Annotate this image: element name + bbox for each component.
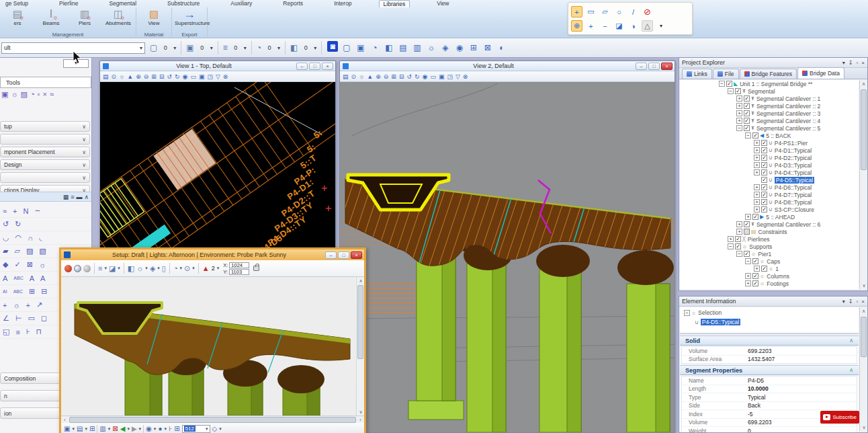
lighting-icon[interactable]: ☼ xyxy=(136,264,143,272)
expander-icon[interactable]: + xyxy=(754,140,760,146)
view-mode-icon[interactable]: ▦ xyxy=(63,194,69,200)
ribbon-tab-segmental[interactable]: Segmental xyxy=(105,0,140,7)
view-tool-icon[interactable]: ⊙ xyxy=(351,73,357,80)
tree-item-label[interactable]: Pier1 xyxy=(758,251,771,258)
close-button[interactable]: × xyxy=(322,63,333,70)
display-style-icon[interactable]: ≡ xyxy=(98,264,102,272)
tree-item[interactable]: +✓ŦSegmental Cantilever :: 6 xyxy=(680,221,859,228)
expander-icon[interactable]: − xyxy=(728,243,734,249)
tool-icon[interactable]: ▰ xyxy=(3,247,8,255)
chevron-down-icon[interactable]: ▾ xyxy=(145,266,148,271)
minimize-button[interactable]: ‒ xyxy=(296,63,308,70)
checkbox[interactable] xyxy=(744,229,750,235)
tree-item-label[interactable]: Segmental Cantilever :: 5 xyxy=(756,125,820,132)
tool-icon[interactable]: ⊢ xyxy=(15,314,22,323)
section-bar-blank[interactable]: ∨ xyxy=(0,172,90,183)
tree-item[interactable]: +✓∪P4-D3::Typical xyxy=(680,161,859,169)
environment-icon[interactable]: ⊙ xyxy=(184,264,190,273)
expander-icon[interactable]: + xyxy=(754,162,760,168)
fence-tool-icon[interactable]: / xyxy=(627,6,639,17)
ribbon-tab-view[interactable]: View xyxy=(433,0,453,7)
checkbox-checked[interactable]: ✓ xyxy=(735,88,741,94)
view-tool-icon[interactable]: ⊟ xyxy=(159,73,165,80)
tree-item[interactable]: +✓ŦSegmental Cantilever :: 1 xyxy=(680,95,859,102)
tool-icon[interactable]: A xyxy=(40,274,45,282)
chevron-down-icon[interactable]: ▾ xyxy=(139,426,142,432)
maximize-button[interactable]: □ xyxy=(648,63,660,70)
checkbox-checked[interactable]: ✓ xyxy=(744,251,750,257)
tool-icon[interactable]: ⊠ xyxy=(27,260,33,269)
chevron-down-icon[interactable]: ▾ xyxy=(118,266,120,271)
expander-icon[interactable]: + xyxy=(728,236,734,242)
tree-item-label[interactable]: Pierlines xyxy=(748,236,770,243)
tool-icon[interactable]: AI xyxy=(3,289,7,294)
panel-header-icon[interactable]: ↧ xyxy=(849,299,853,305)
save-image-icon[interactable]: ▣ xyxy=(64,425,70,432)
panel-header-icon[interactable]: ▾ xyxy=(842,299,845,305)
tree-item[interactable]: +✓∪P4-D8::Typical xyxy=(680,198,859,206)
toolbar-icon[interactable]: ⊠ xyxy=(480,41,494,54)
tree-item[interactable]: +✓☼1 xyxy=(680,265,859,272)
tool-icon[interactable]: ABC xyxy=(13,276,23,280)
lighting-icon[interactable]: ▯ xyxy=(162,264,166,273)
no-snap-icon[interactable]: ⊘ xyxy=(642,6,653,17)
panel-header-icon[interactable]: ↧ xyxy=(849,60,853,66)
tree-item[interactable]: +✓ŦSegmental Cantilever :: 4 xyxy=(680,117,859,124)
render-mode-icon[interactable] xyxy=(74,265,81,272)
tree-item[interactable]: −✓☼Supports xyxy=(680,243,859,250)
maximize-button[interactable]: □ xyxy=(338,251,349,259)
view-tool-icon[interactable]: ◉ xyxy=(423,73,428,80)
tree-item[interactable]: +✓∪P4-D7::Typical xyxy=(680,191,859,198)
tree-item-label[interactable]: P4-D4::Typical xyxy=(775,169,812,176)
checkbox-checked[interactable]: ✓ xyxy=(752,273,758,279)
ribbon-tab-substructure[interactable]: Substructure xyxy=(163,0,204,7)
tree-item-label[interactable]: Columns xyxy=(767,273,789,280)
view-tool-icon[interactable]: ⊞ xyxy=(151,73,157,80)
chevron-down-icon[interactable]: ▾ xyxy=(180,266,183,271)
fence-tool-icon[interactable]: ▱ xyxy=(599,6,611,17)
expander-icon[interactable]: + xyxy=(754,192,760,198)
tree-item-label[interactable]: 5 :: AHEAD xyxy=(766,214,795,221)
tool-icon[interactable]: ◡ xyxy=(3,233,9,242)
tree-item[interactable]: +✓∪S3-CP::Closure xyxy=(680,206,859,213)
panel-header-icon[interactable]: ▫ xyxy=(856,60,858,66)
chevron-down-icon[interactable]: ▾ xyxy=(217,266,220,271)
expander-icon[interactable]: + xyxy=(736,221,742,227)
toolbar-icon[interactable]: ▥ xyxy=(410,41,424,54)
toolbar-icon[interactable]: ☼ xyxy=(424,41,438,54)
tool-icon[interactable]: ≈ xyxy=(3,207,7,215)
tool-icon[interactable]: ☼ xyxy=(11,90,17,99)
fence-tool-icon[interactable]: + xyxy=(571,6,582,17)
view-tool-icon[interactable]: ☼ xyxy=(119,73,124,80)
tree-item-label[interactable]: Segmental xyxy=(748,88,775,95)
file-icon[interactable]: ⊠ xyxy=(112,425,118,432)
checkbox-checked[interactable]: ✓ xyxy=(744,103,750,109)
tree-item[interactable]: −✓ŦSegmental Cantilever :: 5 xyxy=(680,124,859,132)
section-bar-blank[interactable]: ∨ xyxy=(0,134,90,145)
checkbox-checked[interactable]: ✓ xyxy=(735,243,741,249)
scroll-up-arrow[interactable]: ∧ xyxy=(357,277,364,284)
tool-icon[interactable]: ☼ xyxy=(13,301,19,309)
panel-header-icon[interactable]: ▾ xyxy=(842,60,845,66)
view-mode-icon[interactable]: ∧ xyxy=(84,194,89,200)
section-bar-tup[interactable]: tup∨ xyxy=(0,121,90,132)
scroll-left-arrow[interactable]: ‹ xyxy=(61,418,69,422)
history-icon[interactable]: ◀ xyxy=(120,425,126,432)
panel-header-icon[interactable]: ▫ xyxy=(856,299,858,305)
selection-tool-icon[interactable]: ⊕ xyxy=(571,20,582,32)
expander-icon[interactable]: + xyxy=(736,103,742,109)
close-button[interactable]: × xyxy=(661,63,672,70)
setup-render-canvas[interactable]: ∧ ∨ xyxy=(61,277,364,416)
tool-icon[interactable]: ▭ xyxy=(28,314,34,323)
tool-icon[interactable]: ⊦ xyxy=(26,327,30,336)
expander-icon[interactable]: + xyxy=(745,214,751,220)
tool-icon[interactable]: A xyxy=(3,274,7,282)
tree-item-label[interactable]: Caps xyxy=(767,258,780,265)
tree-item-label[interactable]: Segmental Cantilever :: 2 xyxy=(756,103,820,110)
checkbox-checked[interactable]: ✓ xyxy=(761,140,767,146)
expander-icon[interactable]: + xyxy=(736,118,742,124)
section-header-segment-properties[interactable]: Segment Properties∧ xyxy=(680,365,859,375)
color-icon[interactable]: ⊦ xyxy=(169,425,172,432)
pointer-icon[interactable]: △ xyxy=(642,20,653,32)
tool-icon[interactable]: A xyxy=(30,274,34,282)
